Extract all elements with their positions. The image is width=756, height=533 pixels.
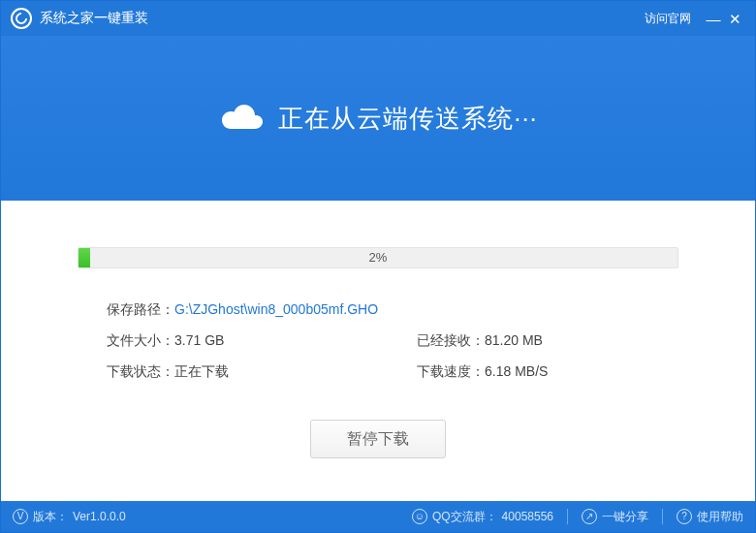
share-label: 一键分享 bbox=[602, 509, 648, 525]
status-row: 下载状态： 正在下载 bbox=[107, 363, 417, 381]
version-label: 版本： bbox=[33, 509, 68, 525]
qq-group-link[interactable]: ☺ QQ交流群： 40058556 bbox=[412, 509, 553, 525]
official-site-link[interactable]: 访问官网 bbox=[645, 11, 691, 27]
received-label: 已经接收： bbox=[417, 332, 485, 350]
qq-label: QQ交流群： bbox=[432, 509, 497, 525]
hero-banner: 正在从云端传送系统··· bbox=[1, 36, 755, 201]
version-value: Ver1.0.0.0 bbox=[73, 510, 126, 523]
close-button[interactable]: ✕ bbox=[724, 12, 745, 26]
file-size-row: 文件大小： 3.71 GB bbox=[107, 332, 417, 350]
titlebar: 系统之家一键重装 访问官网 — ✕ bbox=[1, 1, 755, 36]
file-size-label: 文件大小： bbox=[107, 332, 174, 350]
content-area: 2% 保存路径： G:\ZJGhost\win8_000b05mf.GHO 文件… bbox=[1, 201, 755, 501]
download-status-value: 正在下载 bbox=[174, 363, 229, 381]
app-title: 系统之家一键重装 bbox=[40, 10, 148, 27]
version-icon: V bbox=[13, 509, 28, 524]
qq-value: 40058556 bbox=[502, 510, 553, 523]
progress-percent-label: 2% bbox=[78, 247, 678, 268]
version-info: V 版本： Ver1.0.0.0 bbox=[13, 509, 126, 525]
share-button[interactable]: ↗ 一键分享 bbox=[582, 509, 648, 525]
save-path-label: 保存路径： bbox=[107, 301, 174, 319]
footer-divider bbox=[662, 509, 663, 524]
help-label: 使用帮助 bbox=[697, 509, 743, 525]
app-logo-icon bbox=[11, 8, 32, 29]
footer-bar: V 版本： Ver1.0.0.0 ☺ QQ交流群： 40058556 ↗ 一键分… bbox=[1, 501, 755, 532]
help-button[interactable]: ? 使用帮助 bbox=[677, 509, 743, 525]
save-path-row: 保存路径： G:\ZJGhost\win8_000b05mf.GHO bbox=[107, 301, 649, 319]
pause-download-button[interactable]: 暂停下载 bbox=[310, 420, 446, 458]
app-window: 系统之家一键重装 访问官网 — ✕ 正在从云端传送系统··· 2% 保存路径： … bbox=[0, 0, 756, 533]
download-status-label: 下载状态： bbox=[107, 363, 174, 381]
received-row: 已经接收： 81.20 MB bbox=[417, 332, 649, 350]
speed-label: 下载速度： bbox=[417, 363, 485, 381]
speed-row: 下载速度： 6.18 MB/S bbox=[417, 363, 649, 381]
file-size-value: 3.71 GB bbox=[174, 332, 224, 350]
share-icon: ↗ bbox=[582, 509, 597, 524]
cloud-icon bbox=[218, 102, 265, 135]
received-value: 81.20 MB bbox=[485, 332, 543, 350]
help-icon: ? bbox=[677, 509, 692, 524]
download-info: 保存路径： G:\ZJGhost\win8_000b05mf.GHO 文件大小：… bbox=[107, 301, 649, 381]
progress-bar: 2% bbox=[78, 247, 678, 268]
speed-value: 6.18 MB/S bbox=[485, 363, 548, 381]
minimize-button[interactable]: — bbox=[703, 12, 724, 26]
qq-icon: ☺ bbox=[412, 509, 427, 524]
hero-status-text: 正在从云端传送系统··· bbox=[278, 102, 538, 136]
footer-divider bbox=[567, 509, 568, 524]
save-path-value[interactable]: G:\ZJGhost\win8_000b05mf.GHO bbox=[174, 301, 378, 319]
